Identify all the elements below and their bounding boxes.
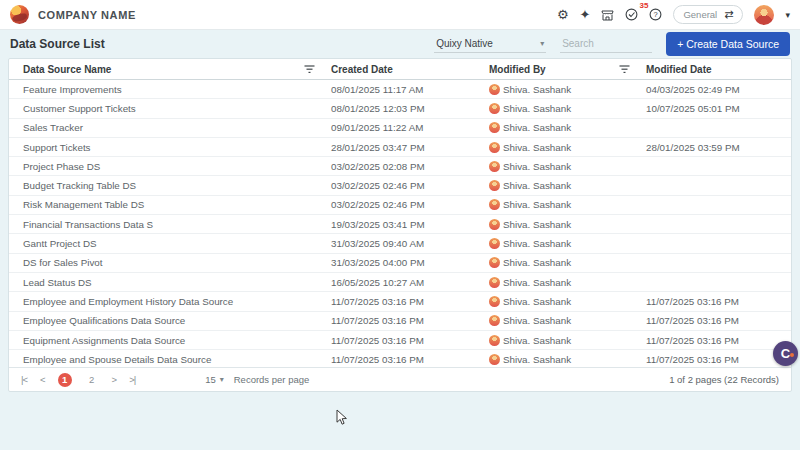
page-size-value: 15: [205, 374, 216, 385]
modified-by-name: Shiva. Sashank: [503, 180, 571, 191]
table-row[interactable]: Project Phase DS 03/02/2025 02:08 PM Shi…: [9, 157, 791, 176]
col-header-name: Data Source Name: [23, 64, 111, 75]
cell-created-date: 11/07/2025 03:16 PM: [325, 354, 483, 365]
table-row[interactable]: Equipment Assignments Data Source 11/07/…: [9, 331, 791, 350]
cell-data-source-name: DS for Sales Pivot: [9, 257, 325, 268]
modified-by-name: Shiva. Sashank: [503, 103, 571, 114]
cell-data-source-name: Sales Tracker: [9, 122, 325, 133]
filter-icon[interactable]: [619, 65, 630, 74]
profile-caret-icon[interactable]: ▾: [785, 10, 790, 20]
cell-modified-by: Shiva. Sashank: [483, 335, 640, 346]
table-row[interactable]: Sales Tracker 09/01/2025 11:22 AM Shiva.…: [9, 119, 791, 138]
cell-data-source-name: Feature Improvements: [9, 84, 325, 95]
modified-by-name: Shiva. Sashank: [503, 296, 571, 307]
user-avatar-icon: [489, 257, 500, 268]
cell-created-date: 08/01/2025 11:17 AM: [325, 84, 483, 95]
company-logo-icon: [10, 5, 29, 24]
page-button-2[interactable]: 2: [85, 373, 99, 387]
modified-by-name: Shiva. Sashank: [503, 142, 571, 153]
col-header-modified-by: Modified By: [489, 64, 546, 75]
cell-data-source-name: Customer Support Tickets: [9, 103, 325, 114]
cell-modified-by: Shiva. Sashank: [483, 142, 640, 153]
cell-modified-date: 11/07/2025 03:16 PM: [640, 354, 791, 365]
chevron-down-icon: ▾: [220, 375, 224, 384]
modified-by-name: Shiva. Sashank: [503, 335, 571, 346]
assistant-bubble-button[interactable]: C: [773, 341, 798, 366]
table-row[interactable]: Employee and Employment History Data Sou…: [9, 292, 791, 311]
records-per-page-label: Records per page: [234, 374, 310, 385]
table-row[interactable]: Support Tickets 28/01/2025 03:47 PM Shiv…: [9, 138, 791, 157]
user-avatar-icon: [489, 103, 500, 114]
table-row[interactable]: Lead Status DS 16/05/2025 10:27 AM Shiva…: [9, 273, 791, 292]
cell-modified-by: Shiva. Sashank: [483, 161, 640, 172]
user-avatar-icon: [489, 84, 500, 95]
user-avatar-icon: [489, 354, 500, 365]
table-row[interactable]: Employee and Spouse Details Data Source …: [9, 350, 791, 367]
cell-created-date: 11/07/2025 03:16 PM: [325, 335, 483, 346]
source-type-value: Quixy Native: [436, 38, 493, 49]
cell-data-source-name: Gantt Project DS: [9, 238, 325, 249]
next-page-button[interactable]: >: [112, 374, 117, 385]
table-row[interactable]: Risk Management Table DS 03/02/2025 02:4…: [9, 196, 791, 215]
source-type-select[interactable]: Quixy Native ▾: [434, 35, 546, 53]
sparkles-ai-icon[interactable]: ✦: [580, 8, 591, 21]
first-page-button[interactable]: |<: [21, 374, 27, 385]
cell-modified-by: Shiva. Sashank: [483, 219, 640, 230]
prev-page-button[interactable]: <: [40, 374, 45, 385]
filter-icon[interactable]: [304, 65, 315, 74]
cell-modified-by: Shiva. Sashank: [483, 84, 640, 95]
user-avatar-icon: [489, 199, 500, 210]
last-page-button[interactable]: >|: [129, 374, 135, 385]
table-row[interactable]: Gantt Project DS 31/03/2025 09:40 AM Shi…: [9, 234, 791, 253]
table-row[interactable]: Feature Improvements 08/01/2025 11:17 AM…: [9, 80, 791, 99]
cell-modified-by: Shiva. Sashank: [483, 180, 640, 191]
cell-modified-by: Shiva. Sashank: [483, 296, 640, 307]
modified-by-name: Shiva. Sashank: [503, 354, 571, 365]
search-input[interactable]: [560, 35, 652, 53]
user-avatar-icon: [489, 296, 500, 307]
help-icon[interactable]: ?: [649, 8, 662, 21]
table-row[interactable]: DS for Sales Pivot 31/03/2025 04:00 PM S…: [9, 254, 791, 273]
cell-data-source-name: Employee and Spouse Details Data Source: [9, 354, 325, 365]
user-avatar[interactable]: [754, 5, 774, 25]
modified-by-name: Shiva. Sashank: [503, 219, 571, 230]
cell-data-source-name: Employee and Employment History Data Sou…: [9, 296, 325, 307]
tasks-check-icon[interactable]: 35: [625, 8, 638, 21]
table-row[interactable]: Customer Support Tickets 08/01/2025 12:0…: [9, 99, 791, 118]
cell-modified-by: Shiva. Sashank: [483, 122, 640, 133]
table-row[interactable]: Employee Qualifications Data Source 11/0…: [9, 312, 791, 331]
notification-badge: 35: [640, 2, 649, 10]
records-per-page-select[interactable]: 15 ▾: [205, 374, 224, 385]
cell-modified-date: 11/07/2025 03:16 PM: [640, 335, 791, 346]
cell-created-date: 28/01/2025 03:47 PM: [325, 142, 483, 153]
chevron-down-icon: ▾: [540, 39, 544, 48]
cell-data-source-name: Support Tickets: [9, 142, 325, 153]
modified-by-name: Shiva. Sashank: [503, 315, 571, 326]
cell-modified-date: 28/01/2025 03:59 PM: [640, 142, 791, 153]
cell-modified-date: 11/07/2025 03:16 PM: [640, 315, 791, 326]
cell-data-source-name: Lead Status DS: [9, 277, 325, 288]
storefront-icon[interactable]: [601, 9, 614, 21]
cell-created-date: 31/03/2025 09:40 AM: [325, 238, 483, 249]
cell-data-source-name: Risk Management Table DS: [9, 199, 325, 210]
table-row[interactable]: Financial Transactions Data S 19/03/2025…: [9, 215, 791, 234]
user-avatar-icon: [489, 142, 500, 153]
cell-created-date: 09/01/2025 11:22 AM: [325, 122, 483, 133]
cell-data-source-name: Financial Transactions Data S: [9, 219, 325, 230]
workspace-switcher[interactable]: General ⇄: [673, 5, 743, 24]
page-title: Data Source List: [10, 37, 105, 51]
modified-by-name: Shiva. Sashank: [503, 199, 571, 210]
settings-gear-icon[interactable]: ⚙: [557, 8, 569, 21]
cell-data-source-name: Budget Tracking Table DS: [9, 180, 325, 191]
cell-created-date: 11/07/2025 03:16 PM: [325, 315, 483, 326]
switch-workspace-icon: ⇄: [724, 8, 733, 21]
col-header-modified-date: Modified Date: [646, 64, 712, 75]
page-button-1[interactable]: 1: [58, 373, 72, 387]
table-header-row: Data Source Name Created Date Modified B…: [9, 59, 791, 80]
cell-created-date: 03/02/2025 02:46 PM: [325, 180, 483, 191]
data-source-table: Data Source Name Created Date Modified B…: [8, 58, 792, 392]
table-row[interactable]: Budget Tracking Table DS 03/02/2025 02:4…: [9, 176, 791, 195]
cell-modified-by: Shiva. Sashank: [483, 238, 640, 249]
create-data-source-button[interactable]: + Create Data Source: [666, 32, 790, 56]
cell-data-source-name: Project Phase DS: [9, 161, 325, 172]
